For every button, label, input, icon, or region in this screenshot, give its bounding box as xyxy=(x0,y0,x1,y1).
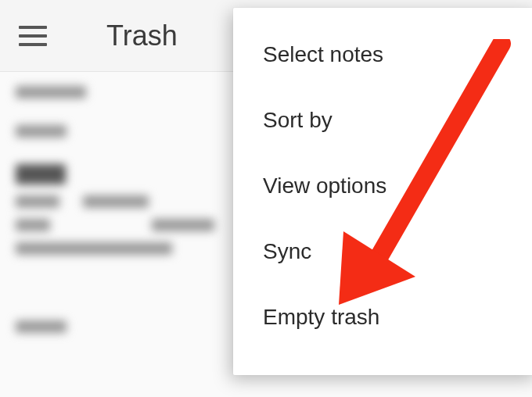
menu-item-empty-trash[interactable]: Empty trash xyxy=(233,284,532,350)
hamburger-icon[interactable] xyxy=(19,20,50,52)
menu-item-view-options[interactable]: View options xyxy=(233,153,532,219)
page-title: Trash xyxy=(106,20,178,52)
menu-item-sync[interactable]: Sync xyxy=(233,219,532,284)
menu-item-sort-by[interactable]: Sort by xyxy=(233,88,532,153)
overflow-menu-popup: Select notes Sort by View options Sync E… xyxy=(233,8,532,375)
menu-item-select-notes[interactable]: Select notes xyxy=(233,22,532,88)
